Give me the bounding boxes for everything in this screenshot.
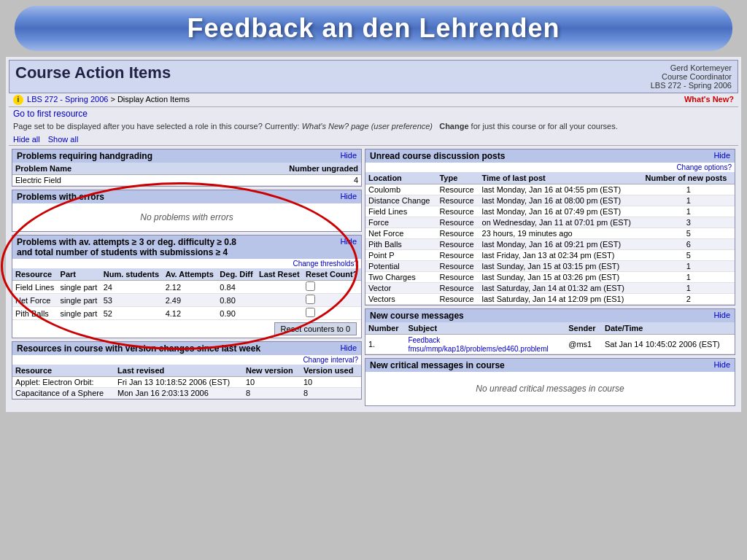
table-row: Force Resource on Wednesday, Jan 11 at 0… xyxy=(365,217,735,228)
version-changes-header: Resources in course with version changes… xyxy=(12,342,361,355)
new-messages-table: Number Subject Sender Date/Time 1. Feedb… xyxy=(365,322,735,354)
col-resource: Resource xyxy=(12,268,58,281)
handgrading-table: Problem Name Number ungraded Electric Fi… xyxy=(12,163,361,186)
resource-link[interactable]: Applet: Electron Orbit: xyxy=(15,378,94,386)
location-link[interactable]: Point P xyxy=(368,251,394,260)
reset-checkbox[interactable] xyxy=(303,307,361,320)
deg-diff: 0.80 xyxy=(217,294,256,307)
discussion-hide-link[interactable]: Hide xyxy=(713,151,730,161)
table-row: Distance Change Resource last Monday, Ja… xyxy=(365,195,735,206)
table-row: Field Lines Resource last Monday, Jan 16… xyxy=(365,206,735,217)
no-critical-messages-text: No unread critical messages in course xyxy=(365,372,735,405)
this-course-link[interactable]: this course xyxy=(498,122,536,131)
av-attempts: 2.49 xyxy=(163,294,217,307)
msg-sender: @ms1 xyxy=(565,335,602,354)
location-link[interactable]: Field Lines xyxy=(368,207,407,216)
content-area: Problems requiring handgrading Hide Prob… xyxy=(9,146,738,409)
goto-resource-section: Go to first resource xyxy=(9,107,738,120)
version-changes-title: Resources in course with version changes… xyxy=(17,343,260,354)
high-attempts-hide-link[interactable]: Hide xyxy=(340,237,357,257)
table-row: Applet: Electron Orbit: Fri Jan 13 10:18… xyxy=(12,377,361,388)
resource-name: Pith Balls xyxy=(12,307,58,320)
col-num-students: Num. students xyxy=(101,268,163,281)
msg-subject: Feedback fmsu/mmp/kap18/problems/ed460.p… xyxy=(405,335,565,354)
last-reset xyxy=(256,281,303,294)
table-row: Pith Balls Resource last Monday, Jan 16 … xyxy=(365,239,735,250)
critical-messages-hide-link[interactable]: Hide xyxy=(713,360,730,370)
last-revised: Mon Jan 16 2:03:13 2006 xyxy=(115,388,243,399)
handgrading-header: Problems requiring handgrading Hide xyxy=(12,149,361,163)
version-changes-hide-link[interactable]: Hide xyxy=(340,343,357,354)
handgrading-hide-link[interactable]: Hide xyxy=(340,151,357,161)
col-time: Time of last post xyxy=(479,172,643,184)
hide-show-bar: Hide all Show all xyxy=(9,133,738,146)
change-options-link[interactable]: Change options? xyxy=(676,163,732,171)
location-link[interactable]: Vector xyxy=(368,284,391,292)
reset-counters-button[interactable]: Reset counters to 0 xyxy=(274,322,357,335)
last-reset xyxy=(256,294,303,307)
last-revised: Fri Jan 13 10:18:52 2006 (EST) xyxy=(115,377,243,388)
feedback-path-link[interactable]: fmsu/mmp/kap18/problems/ed460.probleml xyxy=(408,345,548,353)
new-messages-hide-link[interactable]: Hide xyxy=(713,311,730,321)
col-av-attempts: Av. Attempts xyxy=(163,268,217,281)
resource-name: Net Force xyxy=(12,294,58,307)
col-sender: Sender xyxy=(565,322,602,335)
course-link[interactable]: LBS 272 - Spring 2006 xyxy=(27,95,108,104)
col-datetime: Date/Time xyxy=(602,322,735,335)
table-row: 1. Feedback fmsu/mmp/kap18/problems/ed46… xyxy=(365,335,735,354)
resource-name: Applet: Electron Orbit: xyxy=(12,377,115,388)
your-courses-link[interactable]: your courses xyxy=(570,122,616,131)
last-reset xyxy=(256,307,303,320)
notice-text: Page set to be displayed after you have … xyxy=(13,122,300,131)
high-attempts-table: Resource Part Num. students Av. Attempts… xyxy=(12,268,361,320)
change-interval-row: Change interval? xyxy=(12,355,361,365)
feedback-link[interactable]: Feedback xyxy=(408,336,440,344)
location-link[interactable]: Force xyxy=(368,218,389,227)
location-link[interactable]: Pith Balls xyxy=(368,240,402,249)
location-link[interactable]: Coulomb xyxy=(368,185,400,194)
location-link[interactable]: Potential xyxy=(368,262,400,271)
col-reset-count: Reset Count? xyxy=(303,268,361,281)
col-number-ungraded: Number ungraded xyxy=(170,163,361,175)
resource-name: Capacitance of a Sphere xyxy=(12,388,115,399)
show-all-link[interactable]: Show all xyxy=(48,135,79,144)
reset-btn-row: Reset counters to 0 xyxy=(12,320,361,338)
students: 52 xyxy=(101,307,163,320)
errors-hide-link[interactable]: Hide xyxy=(340,192,357,202)
reset-checkbox[interactable] xyxy=(303,281,361,294)
resource-link[interactable]: Capacitance of a Sphere xyxy=(15,389,104,397)
high-attempts-header: Problems with av. attempts ≥ 3 or deg. d… xyxy=(12,236,361,259)
resource-name: Field Lines xyxy=(12,281,58,294)
new-messages-section: New course messages Hide Number Subject … xyxy=(365,308,735,355)
table-row: Pith Balls single part 52 4.12 0.90 xyxy=(12,307,361,320)
table-row: Vector Resource last Saturday, Jan 14 at… xyxy=(365,283,735,294)
new-messages-title: New course messages xyxy=(370,311,464,321)
col-part: Part xyxy=(58,268,101,281)
col-type: Type xyxy=(436,172,479,184)
reset-checkbox[interactable] xyxy=(303,294,361,307)
location-link[interactable]: Vectors xyxy=(368,295,395,303)
breadcrumb-bar: i LBS 272 - Spring 2006 > Display Action… xyxy=(9,93,738,107)
col-resource: Resource xyxy=(12,365,115,377)
change-link[interactable]: Change xyxy=(439,122,468,131)
location-link[interactable]: Net Force xyxy=(368,229,403,238)
table-row: Vectors Resource last Saturday, Jan 14 a… xyxy=(365,294,735,305)
goto-first-resource-link[interactable]: Go to first resource xyxy=(13,109,88,119)
hide-all-link[interactable]: Hide all xyxy=(13,135,40,144)
handgrading-section: Problems requiring handgrading Hide Prob… xyxy=(12,149,362,187)
user-name: Gerd Kortemeyer xyxy=(651,63,732,72)
change-thresholds: Change thresholds? xyxy=(12,259,361,268)
change-options-row: Change options? xyxy=(365,163,735,172)
info-icon: i xyxy=(13,95,23,105)
handgrading-title: Problems requiring handgrading xyxy=(17,151,152,161)
breadcrumb: i LBS 272 - Spring 2006 > Display Action… xyxy=(13,95,190,105)
main-container: Course Action Items Gerd Kortemeyer Cour… xyxy=(6,57,741,412)
location-link[interactable]: Distance Change xyxy=(368,196,430,205)
top-header: Course Action Items Gerd Kortemeyer Cour… xyxy=(9,60,738,93)
change-interval-link[interactable]: Change interval? xyxy=(303,356,358,364)
col-new-posts: Number of new posts xyxy=(643,172,735,184)
av-attempts: 2.12 xyxy=(163,281,217,294)
current-page: Display Action Items xyxy=(117,95,190,104)
change-thresholds-link[interactable]: Change thresholds? xyxy=(293,260,358,268)
location-link[interactable]: Two Charges xyxy=(368,273,416,281)
